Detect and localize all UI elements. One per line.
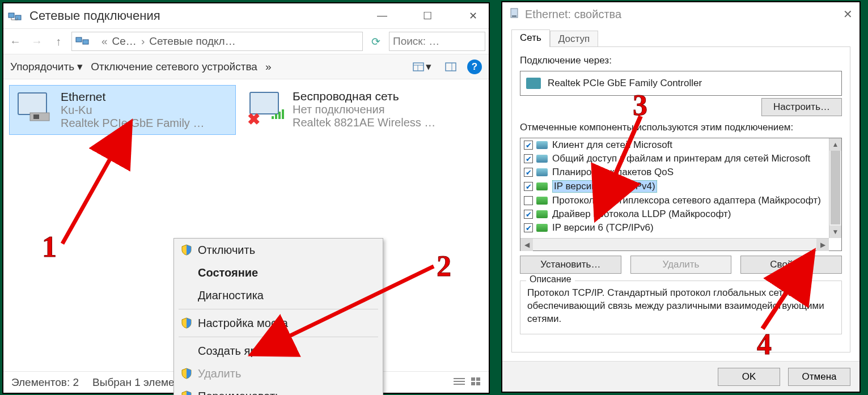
context-menu-item[interactable]: Диагностика bbox=[174, 284, 383, 307]
context-menu-label: Отключить bbox=[198, 244, 255, 257]
adapter-item-ethernet[interactable]: Ethernet Ku-Ku Realtek PCIe GbE Family … bbox=[9, 85, 236, 135]
scroll-right-button[interactable]: ▶ bbox=[816, 239, 829, 251]
protocol-icon bbox=[536, 210, 548, 218]
tab-access[interactable]: Доступ bbox=[550, 31, 598, 47]
breadcrumb-part-1[interactable]: Се… bbox=[112, 35, 137, 48]
titlebar: Сетевые подключения — ☐ ✕ bbox=[3, 3, 489, 28]
address-bar[interactable]: « Се… › Сетевые подкл… bbox=[71, 32, 363, 51]
component-item[interactable]: ✔IP версии 4 (TCP/IPv4) bbox=[520, 179, 829, 194]
svg-rect-20 bbox=[471, 382, 475, 385]
details-view-icon[interactable] bbox=[454, 376, 465, 389]
tab-panel-network: Подключение через: Realtek PCIe GbE Fami… bbox=[511, 46, 850, 352]
maximize-button[interactable]: ☐ bbox=[416, 10, 439, 22]
svg-rect-19 bbox=[476, 377, 480, 381]
component-checkbox[interactable]: ✔ bbox=[524, 154, 533, 163]
window-title: Сетевые подключения bbox=[29, 9, 160, 23]
component-checkbox[interactable] bbox=[524, 196, 533, 205]
component-item[interactable]: ✔IP версии 6 (TCP/IPv6) bbox=[520, 221, 829, 235]
adapter-display: Realtek PCIe GbE Family Controller bbox=[520, 71, 842, 96]
configure-button[interactable]: Настроить… bbox=[761, 98, 842, 116]
view-mode-button[interactable]: ▾ bbox=[410, 58, 434, 75]
scroll-left-button[interactable]: ◀ bbox=[520, 239, 533, 251]
context-menu-item[interactable]: Создать ярлык bbox=[174, 339, 383, 362]
context-menu-item[interactable]: Отключить bbox=[174, 239, 383, 261]
shield-icon bbox=[181, 317, 192, 329]
help-button[interactable]: ? bbox=[467, 60, 482, 74]
wifi-adapter-icon: ✖ bbox=[246, 90, 286, 124]
remove-button: Удалить bbox=[630, 256, 732, 274]
component-checkbox[interactable]: ✔ bbox=[524, 141, 533, 150]
annotation-3: 3 bbox=[633, 88, 647, 122]
minimize-button[interactable]: — bbox=[371, 10, 393, 22]
scroll-down-button[interactable]: ▼ bbox=[829, 226, 841, 238]
component-item[interactable]: ✔Планировщик пакетов QoS bbox=[520, 165, 829, 179]
component-item[interactable]: Протокол мультиплексора сетевого адаптер… bbox=[520, 194, 829, 207]
refresh-button[interactable]: ⟳ bbox=[367, 35, 384, 48]
dialog-close-button[interactable]: ✕ bbox=[843, 7, 853, 21]
vertical-scrollbar[interactable]: ▲ ▼ bbox=[829, 138, 841, 238]
context-menu-item[interactable]: Настройка моста bbox=[174, 312, 383, 334]
up-button[interactable]: ↑ bbox=[50, 33, 67, 50]
context-menu-label: Создать ярлык bbox=[198, 345, 276, 358]
large-icons-view-icon[interactable] bbox=[471, 376, 481, 389]
address-icon bbox=[75, 36, 89, 46]
chevron-right-icon: › bbox=[141, 35, 145, 48]
adapter-network: Ku-Ku bbox=[61, 104, 204, 117]
nav-row: ← → ↑ « Се… › Сетевые подкл… ⟳ Поиск: … bbox=[3, 28, 489, 54]
context-menu-item: Удалить bbox=[174, 362, 383, 385]
context-menu-item[interactable]: Состояние bbox=[174, 261, 383, 284]
install-button[interactable]: Установить… bbox=[520, 256, 621, 274]
component-checkbox[interactable]: ✔ bbox=[524, 223, 533, 232]
component-item[interactable]: ✔Драйвер протокола LLDP (Майкрософт) bbox=[520, 207, 829, 221]
adapter-item-wifi[interactable]: ✖ Беспроводная сеть Нет подключения Real… bbox=[242, 85, 468, 134]
component-checkbox[interactable]: ✔ bbox=[524, 168, 533, 177]
forward-button[interactable]: → bbox=[28, 33, 45, 50]
dialog-title: Ethernet: свойства bbox=[525, 8, 621, 21]
component-item[interactable]: ✔Клиент для сетей Microsoft bbox=[520, 138, 829, 152]
back-button[interactable]: ← bbox=[7, 33, 24, 50]
shield-icon bbox=[181, 390, 192, 395]
properties-button[interactable]: Свойства bbox=[740, 256, 842, 274]
component-checkbox[interactable]: ✔ bbox=[524, 210, 533, 219]
ok-button[interactable]: OK bbox=[718, 368, 780, 386]
svg-rect-23 bbox=[512, 15, 516, 17]
item-count: Элементов: 2 bbox=[11, 376, 79, 389]
components-label: Отмеченные компоненты используются этим … bbox=[520, 122, 842, 133]
disable-device-button[interactable]: Отключение сетевого устройства bbox=[91, 61, 257, 73]
breadcrumb-part-2[interactable]: Сетевые подкл… bbox=[149, 35, 235, 48]
description-fieldset: Описание Протокол TCP/IP. Стандартный пр… bbox=[520, 281, 842, 334]
close-button[interactable]: ✕ bbox=[461, 10, 484, 22]
toolbar-overflow[interactable]: » bbox=[265, 61, 272, 73]
protocol-icon bbox=[536, 168, 548, 176]
svg-rect-2 bbox=[76, 37, 82, 42]
adapter-device: Realtek 8821AE Wireless … bbox=[293, 116, 435, 129]
preview-pane-button[interactable] bbox=[442, 61, 459, 73]
svg-rect-14 bbox=[282, 109, 284, 119]
context-menu: ОтключитьСостояниеДиагностикаНастройка м… bbox=[173, 238, 383, 395]
scroll-thumb[interactable] bbox=[831, 151, 840, 224]
component-checkbox[interactable]: ✔ bbox=[524, 182, 533, 191]
content-area: Ethernet Ku-Ku Realtek PCIe GbE Family …… bbox=[3, 79, 489, 370]
svg-rect-4 bbox=[413, 63, 424, 71]
context-menu-label: Диагностика bbox=[198, 289, 264, 302]
search-input[interactable]: Поиск: … bbox=[389, 32, 485, 51]
disconnected-icon: ✖ bbox=[247, 110, 260, 122]
protocol-icon bbox=[536, 182, 548, 190]
cancel-button[interactable]: Отмена bbox=[788, 368, 850, 386]
scroll-up-button[interactable]: ▲ bbox=[829, 138, 841, 151]
dialog-titlebar: Ethernet: свойства ✕ bbox=[502, 2, 859, 26]
adapter-name: Ethernet bbox=[61, 90, 204, 104]
context-menu-item[interactable]: Переименовать bbox=[174, 385, 383, 395]
protocol-icon bbox=[536, 197, 548, 205]
wifi-signal-icon bbox=[271, 108, 285, 122]
adapter-name: Беспроводная сеть bbox=[293, 90, 435, 103]
organize-button[interactable]: Упорядочить ▾ bbox=[10, 60, 83, 73]
search-placeholder: Поиск: … bbox=[393, 35, 439, 48]
svg-rect-13 bbox=[278, 112, 281, 119]
annotation-1: 1 bbox=[42, 230, 57, 264]
horizontal-scrollbar[interactable]: ◀ ▶ bbox=[520, 238, 829, 250]
adapter-mini-icon bbox=[526, 78, 541, 89]
description-legend: Описание bbox=[526, 274, 575, 284]
tab-network[interactable]: Сеть bbox=[511, 29, 550, 47]
component-item[interactable]: ✔Общий доступ к файлам и принтерам для с… bbox=[520, 152, 829, 165]
